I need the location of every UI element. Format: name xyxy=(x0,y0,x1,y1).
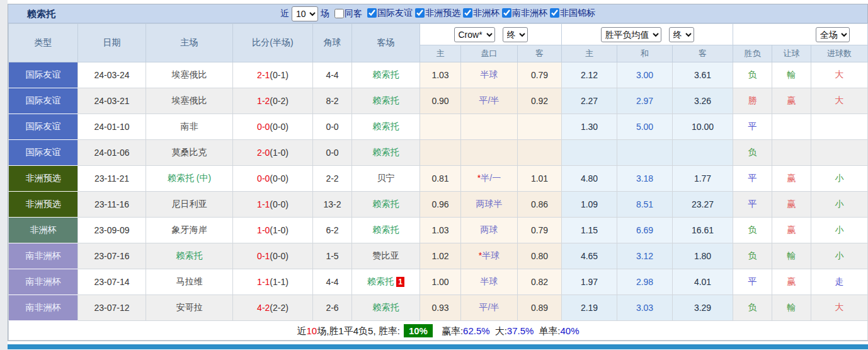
euro-home-odds: 2.27 xyxy=(562,88,617,114)
bookmaker-select[interactable]: Crow* xyxy=(454,27,495,42)
result-wdl: 负 xyxy=(733,218,772,243)
match-score: 2-1(0-1) xyxy=(233,62,313,88)
scope-select-cell: 全场 xyxy=(733,24,868,45)
recent-count-select[interactable]: 10 xyxy=(292,6,318,21)
euro-home-odds: 2.19 xyxy=(562,295,617,321)
euro-draw-odds: 3.18 xyxy=(617,166,673,192)
result-goals: 走 xyxy=(811,269,868,295)
table-row: 国际友谊24-03-24埃塞俄比2-1(0-1)4-4赖索托1.03半球0.79… xyxy=(9,62,868,88)
match-date: 23-11-16 xyxy=(78,192,146,218)
competition-checkbox-0[interactable]: 国际友谊 xyxy=(365,8,413,19)
euro-away-odds: 1.80 xyxy=(673,243,733,269)
corner-score: 0-0 xyxy=(313,140,352,166)
euro-away-odds: 3.61 xyxy=(673,62,733,88)
asian-home-odds: 1.03 xyxy=(420,62,461,88)
subcol-handicap-result: 让球 xyxy=(772,45,811,62)
match-date: 23-07-14 xyxy=(78,269,146,295)
euro-odds-select-cell: 胜平负均值 终 xyxy=(562,24,733,45)
result-goals: 小 xyxy=(811,243,868,269)
scope-select[interactable]: 全场 xyxy=(816,27,850,42)
euro-home-odds: 4.80 xyxy=(562,166,617,192)
asian-odds-select-cell: Crow* 终 xyxy=(420,24,562,45)
win-odds-value: 62.5% xyxy=(463,325,490,336)
competition-checkbox-4[interactable]: 非国锦标 xyxy=(547,8,595,19)
result-handicap: 輸 xyxy=(772,243,811,269)
away-team: 赖索托 xyxy=(352,192,420,218)
result-goals: 大 xyxy=(811,62,868,88)
match-score: 0-0(0-0) xyxy=(233,114,313,140)
match-type-badge: 南非洲杯 xyxy=(9,269,78,295)
corner-score: 8-2 xyxy=(313,88,352,114)
subcol-asian-away: 客 xyxy=(518,45,562,62)
competition-checkbox-input[interactable] xyxy=(367,8,377,18)
result-wdl: 负 xyxy=(733,295,772,321)
euro-time-select[interactable]: 终 xyxy=(669,27,694,42)
euro-home-odds: 1.30 xyxy=(562,114,617,140)
competition-checkbox-input[interactable] xyxy=(550,8,559,18)
euro-odds-select[interactable]: 胜平负均值 xyxy=(601,27,661,42)
result-handicap: 赢 xyxy=(772,269,811,295)
corner-score: 0-0 xyxy=(313,114,352,140)
table-row: 国际友谊24-01-06莫桑比克2-0(1-0)0-0赖索托负 xyxy=(9,140,868,166)
euro-draw-odds: 2.98 xyxy=(617,269,673,295)
asian-home-odds: 0.96 xyxy=(420,192,461,218)
asian-away-odds: 0.92 xyxy=(518,88,562,114)
home-team: 南非 xyxy=(146,114,233,140)
corner-score: 2-6 xyxy=(313,295,352,321)
bookmaker-time-select[interactable]: 终 xyxy=(503,27,528,42)
asian-home-odds: 1.00 xyxy=(420,269,461,295)
summary-stats: 场,胜1平4负5, 胜率: xyxy=(317,325,400,336)
match-date: 24-01-10 xyxy=(78,114,146,140)
subcol-result: 胜负 xyxy=(733,45,772,62)
result-goals: 大 xyxy=(811,88,868,114)
euro-home-odds: 1.97 xyxy=(562,269,617,295)
competition-label: 国际友谊 xyxy=(377,8,413,19)
matches-tbody: 国际友谊24-03-24埃塞俄比2-1(0-1)4-4赖索托1.03半球0.79… xyxy=(9,62,868,321)
away-team: 赖索托 xyxy=(352,295,420,321)
same-opponent-checkbox-input[interactable] xyxy=(334,9,344,18)
subcol-asian-home: 主 xyxy=(420,45,461,62)
match-date: 24-03-21 xyxy=(78,88,146,114)
asian-home-odds: 1.03 xyxy=(420,218,461,243)
corner-score: 1-5 xyxy=(313,243,352,269)
asian-handicap: 平/半 xyxy=(461,88,518,114)
competition-checkbox-input[interactable] xyxy=(502,8,511,18)
table-row: 南非洲杯23-07-14马拉维1-1(1-1)4-4赖索托11.00半球0.82… xyxy=(9,269,868,295)
result-goals: 小 xyxy=(811,192,868,218)
corner-score: 2-2 xyxy=(313,166,352,192)
result-handicap: 赢 xyxy=(772,88,811,114)
competition-checkbox-3[interactable]: 南非洲杯 xyxy=(500,8,547,19)
competition-checkbox-1[interactable]: 非洲预选 xyxy=(413,8,460,19)
asian-away-odds: 1.01 xyxy=(518,166,562,192)
asian-handicap xyxy=(461,140,518,166)
asian-home-odds: 0.93 xyxy=(420,295,461,321)
match-date: 24-03-24 xyxy=(78,62,146,88)
competition-checkbox-input[interactable] xyxy=(463,8,472,18)
match-score: 1-1(0-0) xyxy=(233,192,313,218)
subcol-goals: 进球数 xyxy=(811,45,868,62)
same-opponent-checkbox[interactable]: 同客 xyxy=(332,8,362,20)
match-type-badge: 国际友谊 xyxy=(9,114,78,140)
competition-checkbox-input[interactable] xyxy=(415,8,425,18)
away-team: 赖索托 xyxy=(352,62,420,88)
home-team: 马拉维 xyxy=(146,269,233,295)
match-date: 23-07-12 xyxy=(78,295,146,321)
same-opponent-label: 同客 xyxy=(345,8,362,20)
asian-handicap: *半/一 xyxy=(461,166,518,192)
handicap-star: * xyxy=(479,250,482,260)
summary-count: 10 xyxy=(307,325,317,336)
filter-controls: 近 10 场 同客 国际友谊非洲预选非洲杯南非洲杯非国锦标 xyxy=(280,6,595,21)
result-handicap: 赢 xyxy=(772,218,811,243)
result-wdl: 平 xyxy=(733,269,772,295)
result-wdl: 平 xyxy=(733,166,772,192)
asian-handicap: 两球半 xyxy=(461,192,518,218)
table-row: 南非洲杯23-07-16赖索托0-1(0-0)1-5赞比亚1.02*半球0.80… xyxy=(9,243,868,269)
matches-label: 场 xyxy=(321,8,329,20)
table-row: 南非洲杯23-07-12安哥拉4-2(2-2)2-6赖索托0.93平/半0.89… xyxy=(9,295,868,321)
result-wdl: 勝 xyxy=(733,88,772,114)
away-team: 贝宁 xyxy=(352,166,420,192)
match-type-badge: 国际友谊 xyxy=(9,140,78,166)
result-goals: 小 xyxy=(811,166,868,192)
competition-checkbox-2[interactable]: 非洲杯 xyxy=(460,8,500,19)
col-header-home: 主场 xyxy=(146,24,233,62)
